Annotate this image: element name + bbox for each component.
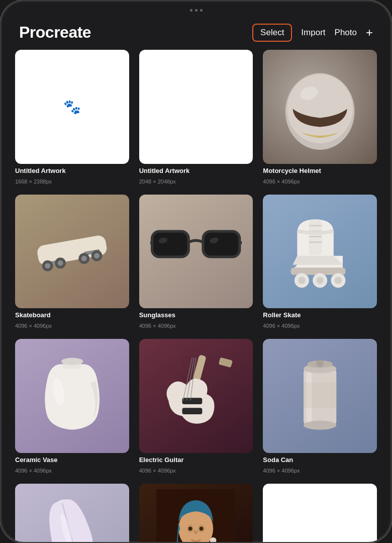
app-header: Procreate Select Import Photo + bbox=[1, 19, 391, 50]
svg-point-31 bbox=[335, 277, 342, 285]
gallery-grid: 🐾 Untitled Artwork 1668 × 2388px Untitle… bbox=[1, 50, 391, 543]
dot-3 bbox=[200, 9, 203, 12]
svg-point-1 bbox=[287, 74, 353, 143]
artwork-item-motorcycle-helmet[interactable]: Motorcycle Helmet 4096 × 4096px bbox=[263, 50, 377, 185]
artwork-item-surfboard[interactable]: Surfboard 4096 × 4096px bbox=[15, 484, 129, 543]
header-actions: Select Import Photo + bbox=[252, 24, 373, 42]
artwork-size-8: 4096 × 4096px bbox=[263, 468, 377, 474]
artwork-item-sunglasses[interactable]: Sunglasses 4096 × 4096px bbox=[139, 195, 253, 329]
artwork-size-0: 1668 × 2388px bbox=[15, 178, 129, 185]
painting-svg bbox=[150, 489, 241, 543]
artwork-thumb-untitled-painting bbox=[139, 484, 253, 543]
svg-rect-14 bbox=[152, 231, 189, 257]
artwork-title-2: Motorcycle Helmet bbox=[263, 167, 377, 175]
artwork-size-6: 4096 × 4096px bbox=[15, 468, 129, 474]
sodacan-svg bbox=[274, 350, 365, 441]
svg-point-13 bbox=[94, 253, 100, 259]
artwork-title-3: Skateboard bbox=[15, 311, 129, 320]
svg-rect-38 bbox=[182, 408, 203, 414]
artwork-title-1: Untitled Artwork bbox=[139, 167, 253, 175]
svg-rect-48 bbox=[304, 382, 336, 408]
svg-rect-15 bbox=[203, 231, 240, 257]
helmet-svg bbox=[274, 61, 365, 152]
svg-rect-37 bbox=[182, 398, 203, 404]
artwork-thumb-surfboard bbox=[15, 484, 129, 543]
import-button[interactable]: Import bbox=[301, 28, 325, 38]
artwork-title-5: Roller Skate bbox=[263, 311, 377, 320]
artwork-thumb-roller-skate bbox=[263, 195, 377, 309]
artwork-title-8: Soda Can bbox=[263, 456, 377, 465]
paw-icon: 🐾 bbox=[63, 99, 81, 115]
artwork-item-soda-can[interactable]: Soda Can 4096 × 4096px bbox=[263, 339, 377, 474]
artwork-item-roller-skate[interactable]: Roller Skate 4096 × 4096px bbox=[263, 195, 377, 329]
svg-point-57 bbox=[200, 527, 204, 531]
svg-point-29 bbox=[316, 277, 324, 285]
artwork-thumb-untitled-1: 🐾 bbox=[15, 50, 129, 164]
artwork-item-untitled-3[interactable]: Untitled Artwork 2048 × 2048px bbox=[263, 484, 377, 543]
artwork-size-3: 4096 × 4096px bbox=[15, 323, 129, 329]
guitar-svg bbox=[150, 350, 241, 441]
svg-rect-36 bbox=[219, 357, 233, 368]
artwork-title-7: Electric Guitar bbox=[139, 456, 253, 465]
svg-point-33 bbox=[61, 357, 83, 365]
artwork-thumb-soda-can bbox=[263, 339, 377, 453]
artwork-thumb-ceramic-vase bbox=[15, 339, 129, 453]
artwork-size-7: 4096 × 4096px bbox=[139, 468, 253, 474]
select-button[interactable]: Select bbox=[252, 24, 292, 42]
artwork-size-2: 4096 × 4096px bbox=[263, 178, 377, 185]
artwork-thumb-untitled-3 bbox=[263, 484, 377, 543]
dot-1 bbox=[190, 9, 192, 12]
artwork-thumb-skateboard bbox=[15, 195, 129, 309]
artwork-item-untitled-1[interactable]: 🐾 Untitled Artwork 1668 × 2388px bbox=[15, 50, 129, 185]
app-title: Procreate bbox=[19, 23, 91, 42]
artwork-title-6: Ceramic Vase bbox=[15, 456, 129, 465]
device-frame: Procreate Select Import Photo + 🐾 Untitl… bbox=[0, 0, 392, 543]
dot-2 bbox=[195, 9, 198, 12]
skateboard-svg bbox=[27, 206, 118, 297]
rollerskate-svg bbox=[274, 206, 365, 297]
artwork-size-5: 4096 × 4096px bbox=[263, 323, 377, 329]
artwork-thumb-sunglasses bbox=[139, 195, 253, 309]
artwork-title-0: Untitled Artwork bbox=[15, 167, 129, 175]
sunglasses-svg bbox=[150, 217, 241, 286]
artwork-thumb-untitled-2 bbox=[139, 50, 253, 164]
artwork-size-1: 2048 × 2048px bbox=[139, 178, 253, 185]
svg-point-27 bbox=[298, 277, 306, 285]
status-dots bbox=[190, 9, 203, 12]
status-bar bbox=[1, 1, 391, 19]
artwork-thumb-motorcycle-helmet bbox=[263, 50, 377, 164]
artwork-item-ceramic-vase[interactable]: Ceramic Vase 4096 × 4096px bbox=[15, 339, 129, 474]
add-button[interactable]: + bbox=[366, 27, 373, 39]
artwork-item-untitled-painting[interactable]: Untitled Artwork 2048 × 2048px bbox=[139, 484, 253, 543]
svg-point-7 bbox=[45, 263, 50, 268]
svg-rect-46 bbox=[316, 359, 324, 367]
svg-point-11 bbox=[81, 256, 86, 261]
vase-svg bbox=[27, 350, 118, 441]
svg-point-56 bbox=[188, 527, 192, 531]
surfboard-svg bbox=[27, 495, 118, 543]
artwork-item-electric-guitar[interactable]: Electric Guitar 4096 × 4096px bbox=[139, 339, 253, 474]
photo-button[interactable]: Photo bbox=[335, 28, 357, 38]
svg-point-9 bbox=[57, 260, 63, 266]
artwork-thumb-electric-guitar bbox=[139, 339, 253, 453]
artwork-title-4: Sunglasses bbox=[139, 311, 253, 320]
artwork-item-skateboard[interactable]: Skateboard 4096 × 4096px bbox=[15, 195, 129, 329]
artwork-item-untitled-2[interactable]: Untitled Artwork 2048 × 2048px bbox=[139, 50, 253, 185]
artwork-size-4: 4096 × 4096px bbox=[139, 323, 253, 329]
